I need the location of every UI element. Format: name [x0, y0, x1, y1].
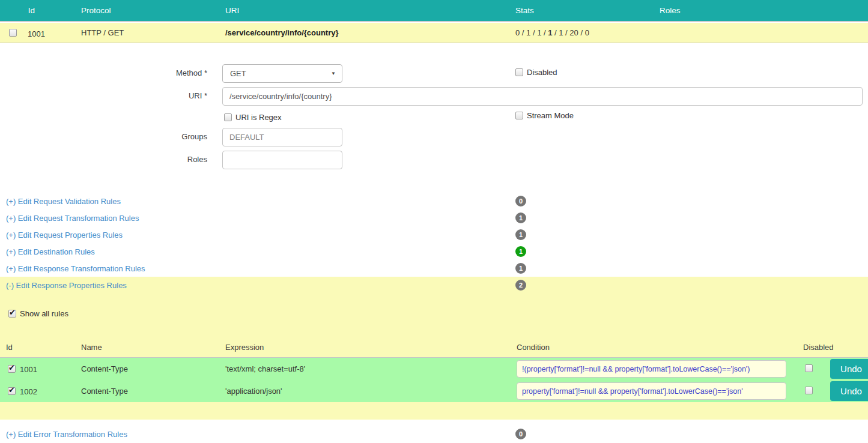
response-properties-panel: (-) Edit Response Properties Rules 2 Sho…	[0, 277, 868, 420]
rule-1002-actions: Undo	[830, 381, 868, 401]
rule-1001-name: Content-Type	[78, 364, 222, 373]
uri-is-regex-label: URI is Regex	[235, 113, 282, 122]
request-transformation-count-badge: 1	[515, 212, 526, 223]
rule-1002-name: Content-Type	[78, 387, 222, 396]
rule-section-destination: (+) Edit Destination Rules 1	[0, 243, 868, 260]
method-label: Method *	[0, 64, 207, 83]
rule-1001-disabled-checkbox[interactable]	[805, 364, 813, 372]
rule-1002-undo-button[interactable]: Undo	[830, 381, 868, 401]
show-all-rules-checkbox[interactable]	[8, 310, 16, 318]
disabled-check-row: Disabled	[515, 68, 557, 77]
request-properties-count-badge: 1	[515, 229, 526, 240]
rule-1001-undo-button[interactable]: Undo	[830, 359, 868, 379]
method-row: Method * GET ▼ Disabled	[0, 64, 868, 83]
rule-section-request-validation: (+) Edit Request Validation Rules 0	[0, 193, 868, 209]
edit-response-properties-link[interactable]: (-) Edit Response Properties Rules	[6, 281, 127, 290]
rule-1002-disabled-checkbox[interactable]	[805, 387, 813, 394]
col-header-uri: URI	[219, 6, 509, 15]
rule-1002-id: 1002	[20, 386, 37, 396]
col-header-id: Id	[0, 6, 63, 15]
roles-row: Roles	[0, 151, 868, 169]
edit-response-transformation-link[interactable]: (+) Edit Response Transformation Rules	[6, 264, 145, 273]
groups-label: Groups	[0, 128, 207, 146]
rule-1002-condition-input[interactable]	[517, 382, 786, 400]
rules-col-expression: Expression	[222, 343, 514, 352]
rule-1001-expression: 'text/xml; charset=utf-8'	[222, 364, 514, 373]
rule-section-response-transformation: (+) Edit Response Transformation Rules 1	[0, 260, 868, 277]
disabled-label: Disabled	[527, 68, 557, 77]
rules-table-header: Id Name Expression Condition Disabled	[0, 343, 868, 358]
endpoint-edit-form: Method * GET ▼ Disabled URI * URI is Reg…	[0, 64, 868, 169]
rule-section-request-properties: (+) Edit Request Properties Rules 1	[0, 226, 868, 243]
col-header-stats: Stats	[509, 6, 654, 15]
rule-1001-disabled-cell	[793, 364, 830, 374]
roles-input[interactable]	[222, 151, 342, 169]
rule-1001-condition-input[interactable]	[517, 360, 786, 378]
edit-request-transformation-link[interactable]: (+) Edit Request Transformation Rules	[6, 214, 139, 223]
rule-section-error-transformation: (+) Edit Error Transformation Rules 0	[0, 426, 868, 442]
endpoint-stats: 0 / 1 / 1 / 1 / 1 / 20 / 0	[509, 28, 654, 37]
col-header-protocol: Protocol	[63, 6, 219, 15]
uri-label: URI *	[0, 87, 207, 106]
rule-row-1001: 1001 Content-Type 'text/xml; charset=utf…	[0, 358, 868, 380]
endpoint-select-checkbox[interactable]	[9, 29, 17, 37]
rule-1001-checkbox[interactable]	[8, 365, 16, 373]
rules-col-condition: Condition	[514, 343, 793, 352]
endpoint-uri: /service/country/info/{country}	[219, 28, 509, 37]
stream-mode-checkbox[interactable]	[515, 112, 523, 119]
rule-1001-condition-cell	[514, 360, 793, 378]
rule-sections: (+) Edit Request Validation Rules 0 (+) …	[0, 193, 868, 277]
response-transformation-count-badge: 1	[515, 263, 526, 274]
edit-request-properties-link[interactable]: (+) Edit Request Properties Rules	[6, 231, 123, 240]
method-select[interactable]: GET ▼	[222, 64, 342, 83]
error-transformation-count-badge: 0	[515, 429, 526, 439]
rule-1002-checkbox[interactable]	[8, 387, 16, 395]
rule-id-cell: 1001	[0, 364, 78, 374]
edit-request-validation-link[interactable]: (+) Edit Request Validation Rules	[6, 197, 121, 206]
show-all-rules-label: Show all rules	[20, 309, 68, 318]
uri-row: URI *	[0, 87, 868, 106]
endpoint-id-cell: 1001	[0, 27, 63, 38]
rules-col-name: Name	[78, 343, 222, 352]
edit-error-transformation-link[interactable]: (+) Edit Error Transformation Rules	[6, 430, 127, 439]
rules-col-id: Id	[0, 343, 78, 352]
edit-destination-link[interactable]: (+) Edit Destination Rules	[6, 247, 95, 256]
col-header-roles: Roles	[654, 6, 868, 15]
rule-section-response-properties: (-) Edit Response Properties Rules 2	[0, 277, 868, 294]
rule-1002-disabled-cell	[793, 387, 830, 396]
show-all-rules-row: Show all rules	[0, 308, 868, 319]
rule-id-cell: 1002	[0, 386, 78, 396]
rule-1001-actions: Undo	[830, 359, 868, 379]
method-select-value: GET	[230, 69, 246, 78]
endpoint-row[interactable]: 1001 HTTP / GET /service/country/info/{c…	[0, 23, 868, 43]
groups-input[interactable]	[222, 128, 342, 146]
rule-1002-condition-cell	[514, 382, 793, 400]
endpoint-id: 1001	[28, 27, 45, 38]
disabled-checkbox[interactable]	[515, 68, 523, 76]
groups-row: Groups	[0, 128, 868, 146]
stream-mode-check-row: Stream Mode	[515, 111, 574, 120]
endpoint-protocol: HTTP / GET	[63, 28, 219, 37]
rule-1002-expression: 'application/json'	[222, 387, 514, 396]
rule-1001-id: 1001	[20, 364, 37, 374]
uri-options-row: URI is Regex Stream Mode	[224, 112, 868, 122]
endpoint-table-header: Id Protocol URI Stats Roles	[0, 0, 868, 22]
response-properties-count-badge: 2	[515, 280, 526, 291]
rule-row-1002: 1002 Content-Type 'application/json' Und…	[0, 380, 868, 402]
chevron-down-icon: ▼	[331, 71, 336, 76]
rule-section-request-transformation: (+) Edit Request Transformation Rules 1	[0, 209, 868, 226]
uri-is-regex-checkbox[interactable]	[224, 113, 232, 121]
roles-label: Roles	[0, 151, 207, 169]
panel-bottom-padding	[0, 402, 868, 420]
rules-col-disabled: Disabled	[793, 343, 830, 352]
stream-mode-label: Stream Mode	[527, 111, 574, 120]
uri-regex-check-row: URI is Regex	[224, 112, 282, 122]
destination-count-badge: 1	[515, 246, 526, 257]
request-validation-count-badge: 0	[515, 196, 526, 206]
uri-input[interactable]	[222, 87, 863, 106]
